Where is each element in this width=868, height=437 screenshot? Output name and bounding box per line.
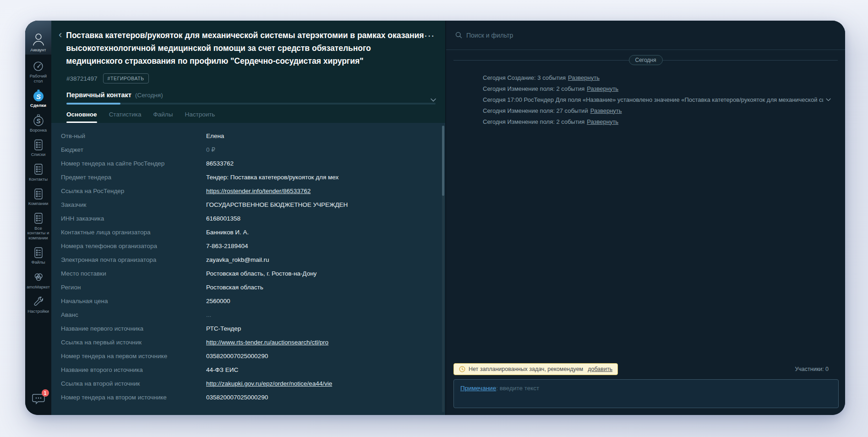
dashboard-icon: [33, 60, 44, 72]
field-value[interactable]: 0 ₽: [206, 146, 354, 153]
expand-link[interactable]: Развернуть: [587, 85, 618, 92]
field-value[interactable]: Елена: [206, 133, 354, 139]
field-value-link[interactable]: https://rostender.info/tender/86533762: [206, 188, 354, 194]
notification-badge: 1: [42, 389, 49, 397]
note-placeholder: : введите текст: [496, 385, 539, 392]
note-type-link[interactable]: Примечание: [460, 385, 496, 392]
field-label: Номер тендера на первом источнике: [61, 353, 206, 360]
field-value[interactable]: 44-ФЗ ЕИС: [206, 366, 354, 373]
date-badge: Сегодня: [629, 55, 663, 65]
field-value[interactable]: 86533762: [206, 160, 354, 167]
sidebar-item-label: Аккаунт: [30, 47, 46, 52]
field-value[interactable]: 6168001358: [206, 215, 354, 222]
field-label: Регион: [61, 284, 206, 291]
note-input[interactable]: Примечание: введите текст: [453, 379, 839, 408]
more-menu-icon[interactable]: ···: [425, 32, 435, 41]
field-label: Электронная почта организатора: [61, 256, 206, 263]
stage-date: (Сегодня): [135, 92, 163, 99]
field-value[interactable]: Ростовская область, г. Ростов-на-Дону: [206, 270, 354, 277]
expand-link[interactable]: Развернуть: [568, 74, 600, 81]
field-value[interactable]: Банников И. А.: [206, 229, 354, 236]
field-label: Номер тендера на втором источнике: [61, 394, 206, 401]
field-row: Место поставкиРостовская область, г. Рос…: [61, 266, 445, 280]
sidebar-nav: Рабочий стол S Сделки S: [25, 55, 51, 415]
sidebar-item-companies[interactable]: Компании: [25, 188, 51, 206]
tab-files[interactable]: Файлы: [153, 111, 173, 123]
sidebar-item-contacts[interactable]: Контакты: [25, 163, 51, 182]
pipeline-stage[interactable]: Первичный контакт: [66, 91, 131, 99]
field-value[interactable]: zayavka_rokb@mail.ru: [206, 256, 354, 263]
sidebar-item-label: Компании: [28, 201, 49, 206]
deal-header: ‹ Поставка катетеров/рукояток для механи…: [51, 21, 445, 123]
sidebar: Аккаунт Рабочий стол S: [25, 21, 51, 415]
sidebar-item-pipeline[interactable]: S Воронка: [25, 114, 51, 133]
participants-count: Участники: 0: [795, 366, 829, 372]
field-value-link[interactable]: http://zakupki.gov.ru/epz/order/notice/e…: [206, 380, 354, 387]
field-value[interactable]: 2560000: [206, 298, 354, 304]
field-row: Название первого источникаРТС-Тендер: [61, 321, 445, 335]
warning-text: Нет запланированных задач, рекомендуем: [469, 366, 583, 372]
field-row: Бюджет0 ₽: [61, 143, 445, 156]
timeline-event: Сегодня 17:00 РосТендер Для поля «Назван…: [483, 94, 831, 105]
field-value[interactable]: ГОСУДАРСТВЕННОЕ БЮДЖЕТНОЕ УЧРЕЖДЕН: [206, 201, 354, 208]
sidebar-item-account[interactable]: Аккаунт: [25, 21, 51, 55]
field-value[interactable]: Тендер: Поставка катетеров/рукояток для …: [206, 174, 354, 181]
svg-text:S: S: [36, 93, 40, 100]
field-row: ЗаказчикГОСУДАРСТВЕННОЕ БЮДЖЕТНОЕ УЧРЕЖД…: [61, 198, 445, 211]
expand-link[interactable]: Развернуть: [587, 118, 618, 125]
timeline-event: Сегодня Изменение поля: 2 событияРазверн…: [483, 83, 831, 94]
tab-configure[interactable]: Настроить: [185, 111, 215, 123]
tag-button[interactable]: #ТЕГИРОВАТЬ: [103, 73, 149, 83]
back-button[interactable]: ‹: [59, 29, 62, 67]
search-input[interactable]: [466, 32, 650, 39]
sidebar-item-lists[interactable]: Списки: [25, 138, 51, 157]
chat-button[interactable]: 1: [32, 393, 45, 408]
chevron-down-icon[interactable]: [431, 95, 436, 104]
deal-fields: Отв-ныйЕлена Бюджет0 ₽ Номер тендера на …: [51, 123, 445, 415]
field-value[interactable]: 035820007025000290: [206, 394, 354, 401]
search-icon: [455, 32, 462, 39]
sidebar-item-amomarket[interactable]: amoМаркет: [25, 271, 51, 290]
sidebar-item-label: Все контакты и компании: [26, 226, 51, 241]
scrollbar-thumb[interactable]: [442, 126, 444, 196]
field-label: Аванс: [61, 311, 206, 318]
deal-title[interactable]: Поставка катетеров/рукояток для механиче…: [66, 29, 428, 67]
tab-main[interactable]: Основное: [66, 111, 97, 123]
lists-icon: [33, 138, 44, 151]
timeline-panel: Сегодня Сегодня Создание: 3 событияРазве…: [445, 21, 845, 415]
field-label: Ссылка на РосТендер: [61, 188, 206, 194]
sidebar-item-desktop[interactable]: Рабочий стол: [25, 60, 51, 83]
sidebar-item-settings[interactable]: Настройки: [25, 295, 51, 314]
sidebar-item-deals[interactable]: S Сделки: [25, 89, 51, 108]
field-row: РегионРостовская область: [61, 280, 445, 294]
sidebar-item-all-contacts[interactable]: Все контакты и компании: [25, 212, 51, 241]
field-value-link[interactable]: http://www.rts-tender.ru/auctionsearch/c…: [206, 339, 354, 346]
field-label: Контактные лица организатора: [61, 229, 206, 236]
sidebar-item-files[interactable]: Файлы: [25, 246, 51, 265]
field-label: Номера телефонов организатора: [61, 243, 206, 249]
market-icon: [33, 271, 44, 283]
field-row: Название второго источника44-ФЗ ЕИС: [61, 363, 445, 376]
svg-text:S: S: [36, 117, 41, 125]
chevron-down-icon[interactable]: [826, 98, 831, 101]
add-task-link[interactable]: добавить: [588, 366, 612, 372]
field-value[interactable]: Ростовская область: [206, 284, 354, 291]
sidebar-item-label: Файлы: [31, 260, 45, 265]
field-value[interactable]: ...: [206, 311, 354, 318]
expand-link[interactable]: Развернуть: [590, 107, 622, 114]
event-list: Сегодня Создание: 3 событияРазвернуть Се…: [483, 72, 845, 127]
field-label: Название первого источника: [61, 325, 206, 332]
field-row: Отв-ныйЕлена: [61, 129, 445, 143]
tab-statistics[interactable]: Статистика: [109, 111, 142, 123]
field-value[interactable]: 7-863-2189404: [206, 243, 354, 249]
stage-progress-bar[interactable]: [66, 103, 436, 105]
field-row: Аванс...: [61, 308, 445, 321]
date-divider: Сегодня: [453, 55, 838, 65]
field-row: Номер тендера на первом источнике0358200…: [61, 349, 445, 363]
sidebar-item-label: Воронка: [30, 128, 47, 133]
field-value[interactable]: 035820007025000290: [206, 353, 354, 360]
field-row: Ссылка на первый источникhttp://www.rts-…: [61, 335, 445, 349]
sidebar-item-label: Рабочий стол: [25, 74, 51, 83]
field-value[interactable]: РТС-Тендер: [206, 325, 354, 332]
field-label: Ссылка на первый источник: [61, 339, 206, 346]
